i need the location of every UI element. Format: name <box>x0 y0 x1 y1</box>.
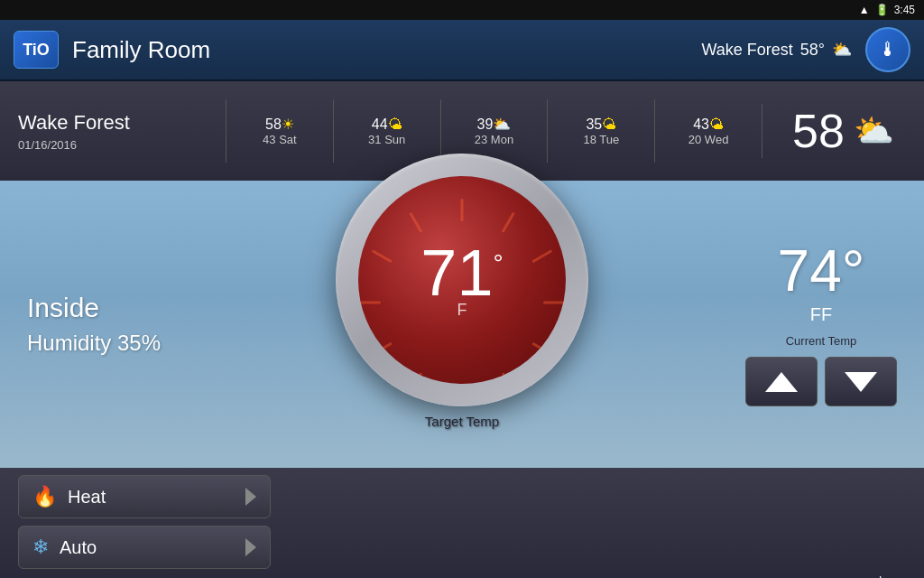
battery-icon: 🔋 <box>875 4 889 16</box>
main-content: Inside Humidity 35% <box>0 181 924 468</box>
header-weather-location: Wake Forest <box>701 41 792 60</box>
set-temp-ff: FF <box>810 304 832 325</box>
thermostat-outer-ring: 71 ° F <box>336 154 588 406</box>
fan-icon: ❄ <box>32 536 49 559</box>
room-title: Family Room <box>72 36 701 64</box>
target-temp-f: F <box>457 301 467 320</box>
header-weather-temp: 58° <box>800 41 825 60</box>
set-temp-value: 74° <box>778 242 865 300</box>
weather-day-3: 35🌤 18 Tue <box>557 117 645 146</box>
right-temp-panel: 74° FF Current Temp <box>745 242 897 406</box>
day4-low: 20 Wed <box>688 133 729 146</box>
status-bar: ▲ 🔋 3:45 <box>0 0 924 20</box>
day0-low: 43 Sat <box>263 133 297 146</box>
heat-label: Heat <box>68 487 235 508</box>
thermostat-dial: 71 ° F Target Temp <box>336 154 588 406</box>
thermometer-button[interactable]: 🌡 <box>865 27 910 72</box>
day4-high: 43🌤 <box>693 117 724 133</box>
header: TiO Family Room Wake Forest 58° ⛅ 🌡 <box>0 20 924 81</box>
temp-controls <box>745 357 897 406</box>
heat-chevron-icon <box>245 488 256 506</box>
auto-mode-button[interactable]: ❄ Auto <box>18 526 271 569</box>
inside-panel: Inside Humidity 35% <box>0 275 307 374</box>
time-display: 3:45 <box>894 4 915 16</box>
weather-day-4: 43🌤 20 Wed <box>664 117 753 146</box>
bottom-controls: 🔥 Heat ❄ Auto <box>0 468 924 576</box>
weather-day-1: 44🌤 31 Sun <box>343 117 431 146</box>
day3-high: 35🌤 <box>586 117 616 133</box>
day2-high: 39⛅ <box>477 116 512 133</box>
weather-divider-1 <box>226 99 226 163</box>
target-temp-label: Target Temp <box>336 414 588 429</box>
target-temp-display: 71 ° <box>420 240 503 305</box>
header-weather: Wake Forest 58° ⛅ <box>701 40 852 60</box>
weather-divider-2 <box>333 99 334 163</box>
heat-mode-button[interactable]: 🔥 Heat <box>18 475 271 518</box>
down-arrow-icon <box>845 372 877 392</box>
heat-icon: 🔥 <box>32 485 57 508</box>
humidity-label: Humidity 35% <box>27 331 280 356</box>
set-temp-display: 74° <box>778 242 865 300</box>
inside-label: Inside <box>27 293 280 323</box>
weather-day-0: 58☀ 43 Sat <box>236 116 324 146</box>
weather-location: Wake Forest 01/16/2016 <box>18 111 217 152</box>
weather-city: Wake Forest <box>18 111 217 135</box>
day1-low: 31 Sun <box>368 133 405 146</box>
weather-day-2: 39⛅ 23 Mon <box>450 116 539 146</box>
mode-controls: 🔥 Heat ❄ Auto <box>18 475 271 569</box>
day2-low: 23 Mon <box>475 133 513 146</box>
auto-label: Auto <box>60 537 235 558</box>
target-temp-degree: ° <box>493 249 503 278</box>
thermostat-inner-dial[interactable]: 71 ° F <box>358 176 566 384</box>
auto-chevron-icon <box>245 538 256 556</box>
current-temp-label: Current Temp <box>786 334 857 348</box>
up-arrow-icon <box>765 372 798 392</box>
temp-down-button[interactable] <box>825 357 897 406</box>
wifi-icon: ▲ <box>859 4 870 16</box>
header-cloud-icon: ⛅ <box>832 40 852 60</box>
target-temp-number: 71 <box>420 240 493 305</box>
day0-high: 58☀ <box>265 116 294 133</box>
weather-current: 58 ⛅ <box>762 104 906 158</box>
current-temp-big: 58 <box>792 104 845 158</box>
current-weather-icon: ⛅ <box>854 112 894 150</box>
day3-low: 18 Tue <box>583 133 619 146</box>
weather-date: 01/16/2016 <box>18 138 217 152</box>
temp-up-button[interactable] <box>745 357 818 406</box>
status-icons: ▲ 🔋 3:45 <box>859 4 915 16</box>
logo: TiO <box>14 31 59 69</box>
day1-high: 44🌤 <box>372 117 402 133</box>
weather-divider-5 <box>654 99 655 163</box>
